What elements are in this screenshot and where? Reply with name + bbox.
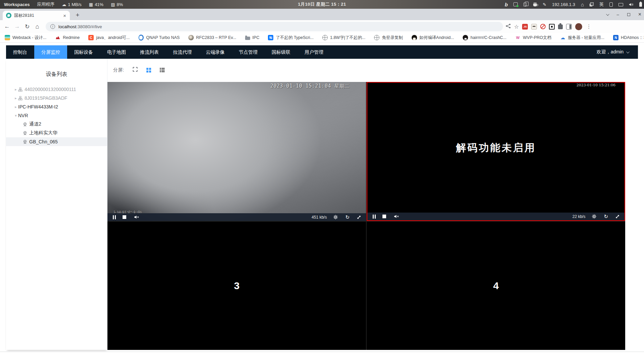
- video-player-1[interactable]: 2023-01-10 15:21:04 星期二 上地科实大华 451 kb/s …: [107, 82, 366, 221]
- extension-frame-icon[interactable]: [549, 24, 555, 30]
- grid-2x2-icon[interactable]: [146, 68, 151, 73]
- battery-tray-icon: [639, 2, 642, 7]
- video-slot-3[interactable]: 3: [107, 222, 366, 350]
- nav-item-cloud-record[interactable]: 云端录像: [199, 45, 232, 59]
- bookmark[interactable]: Cjava、android可...: [88, 35, 130, 41]
- bookmark[interactable]: hairrrrr/C-CrashC...: [463, 35, 506, 40]
- expand-caret-icon[interactable]: ▸: [13, 105, 18, 109]
- expand-icon[interactable]: [357, 215, 361, 219]
- phone-tray-icon[interactable]: [609, 2, 613, 7]
- nav-item-gb-devices[interactable]: 国标设备: [67, 45, 100, 59]
- nav-item-node-manage[interactable]: 节点管理: [232, 45, 265, 59]
- back-button[interactable]: ←: [2, 23, 12, 30]
- nav-item-e-map[interactable]: 电子地图: [100, 45, 133, 59]
- screenshot-tray-icon[interactable]: [513, 2, 518, 6]
- bookmark[interactable]: WWVP-PRO文档: [515, 35, 551, 41]
- clock[interactable]: 1月10日 星期二 15：21: [298, 1, 346, 7]
- browser-tab[interactable]: 国标28181 ×: [3, 11, 70, 20]
- window-maximize-button[interactable]: [627, 13, 630, 16]
- window-minimize-button[interactable]: –: [616, 12, 619, 17]
- applications-menu[interactable]: 应用程序: [37, 1, 54, 7]
- bookmark[interactable]: 知了不起的 TypeScri...: [268, 35, 314, 41]
- extension-mask-icon[interactable]: [531, 24, 537, 30]
- clipboard-tray-icon[interactable]: [523, 3, 526, 6]
- new-tab-button[interactable]: +: [73, 11, 82, 19]
- browser-menu-icon[interactable]: ⋮: [586, 24, 594, 30]
- bookmark[interactable]: 1.8W字|了不起的...: [322, 35, 365, 41]
- stop-button[interactable]: [382, 215, 386, 218]
- extension-js-icon[interactable]: JS: [522, 24, 528, 30]
- address-bar[interactable]: i localhost:38080/#/live: [46, 22, 503, 31]
- user-menu[interactable]: 欢迎，admin: [597, 49, 629, 55]
- folder-icon: [245, 37, 250, 40]
- window-close-button[interactable]: ×: [638, 11, 641, 17]
- tab-close-icon[interactable]: ×: [62, 13, 67, 18]
- tree-item-device[interactable]: ▸ 8J01915PAGB3ADF: [6, 94, 107, 102]
- tree-item-device[interactable]: ▸ 44020000013200000111: [6, 85, 107, 94]
- bing-tray-icon[interactable]: b: [505, 2, 508, 7]
- bookmark[interactable]: 如何编译Android...: [412, 35, 454, 41]
- display-tray-icon[interactable]: [618, 3, 623, 6]
- ime-indicator[interactable]: 英: [599, 1, 604, 7]
- mute-icon[interactable]: [134, 215, 139, 219]
- refresh-icon[interactable]: ↻: [604, 214, 608, 219]
- share-icon[interactable]: [506, 24, 511, 30]
- device-tree: ▸ 44020000013200000111 ▸ 8J01915PAGB3ADF…: [6, 85, 107, 146]
- url-text[interactable]: localhost:38080/#/live: [58, 24, 102, 29]
- bookmark-favicon: N: [613, 35, 618, 40]
- home-tray-icon[interactable]: ⌂: [581, 2, 584, 7]
- pause-button[interactable]: [373, 215, 376, 219]
- nav-item-pull-proxy[interactable]: 拉流代理: [166, 45, 199, 59]
- nav-item-push-list[interactable]: 推流列表: [133, 45, 166, 59]
- side-panel-icon[interactable]: [566, 24, 572, 30]
- caffeine-tray-icon[interactable]: [533, 4, 537, 6]
- nav-item-split-screen-monitor[interactable]: 分屏监控: [34, 45, 67, 59]
- mute-icon[interactable]: [394, 215, 399, 218]
- bookmark[interactable]: IPC: [245, 35, 260, 40]
- video-player-2-selected[interactable]: 2023-01-10 15:21:06 解码功能未启用 22 kb/s ↻: [367, 82, 625, 221]
- grid-3x3-icon[interactable]: [160, 68, 165, 73]
- bookmark[interactable]: RFC2833 – RTP Ev...: [188, 35, 236, 40]
- tree-item-channel[interactable]: 通道2: [6, 120, 107, 129]
- tree-item-channel[interactable]: 上地科实大华: [6, 129, 107, 137]
- bookmark[interactable]: 免登录复制: [374, 35, 403, 41]
- home-button[interactable]: ⌂: [32, 23, 42, 30]
- expand-icon[interactable]: [615, 215, 619, 219]
- settings-gear-icon[interactable]: [333, 215, 338, 219]
- collapse-caret-icon[interactable]: ▾: [13, 114, 18, 118]
- workspaces-button[interactable]: Workspaces: [4, 2, 30, 7]
- tree-item-device[interactable]: ▾ NVR: [6, 111, 107, 120]
- nav-item-console[interactable]: 控制台: [6, 45, 34, 59]
- settings-gear-icon[interactable]: [592, 214, 596, 219]
- chevron-down-icon: [626, 50, 630, 53]
- extensions-puzzle-icon[interactable]: [558, 25, 563, 29]
- expand-caret-icon[interactable]: ▸: [13, 96, 18, 100]
- extension-blocker-icon[interactable]: [540, 24, 546, 29]
- fullscreen-icon[interactable]: [133, 67, 138, 73]
- nav-item-user-manage[interactable]: 用户管理: [297, 45, 330, 59]
- reload-button[interactable]: ↻: [22, 23, 32, 30]
- forward-button[interactable]: →: [12, 23, 22, 30]
- ip-address[interactable]: 192.168.1.3: [552, 2, 575, 7]
- workspace-switcher-icon[interactable]: [590, 2, 594, 6]
- bookmark[interactable]: Redmine: [55, 35, 80, 40]
- site-info-icon[interactable]: i: [50, 24, 55, 29]
- refresh-icon[interactable]: ↻: [345, 215, 350, 220]
- video-slot-4[interactable]: 4: [367, 222, 625, 350]
- bookmark[interactable]: NHDAtmos :: 种子 *...: [613, 35, 644, 41]
- tree-item-device[interactable]: ▸ IPC-HFW4433M-I2: [6, 102, 107, 111]
- expand-caret-icon[interactable]: ▸: [13, 87, 18, 92]
- color-picker-tray-icon[interactable]: ✎: [543, 2, 546, 7]
- pause-button[interactable]: [113, 215, 116, 219]
- tab-search-chevron-icon[interactable]: [606, 12, 609, 16]
- profile-avatar[interactable]: [575, 23, 582, 30]
- stop-button[interactable]: [123, 215, 126, 219]
- bookmark[interactable]: ☁服务器 - 轻量应用...: [560, 35, 604, 41]
- nav-item-gb-cascade[interactable]: 国标级联: [265, 45, 297, 59]
- screen: Workspaces 应用程序 ☁ 1 MB/s ▦ 41% ▨ 8% 1月10…: [0, 0, 644, 362]
- bookmark[interactable]: QNAP Turbo NAS: [138, 35, 180, 40]
- volume-tray-icon[interactable]: [629, 3, 634, 6]
- tree-item-channel-selected[interactable]: GB_Chn_065: [6, 137, 107, 146]
- bookmark[interactable]: Webstack - 设计...: [5, 35, 46, 41]
- bookmark-star-icon[interactable]: ☆: [514, 24, 519, 30]
